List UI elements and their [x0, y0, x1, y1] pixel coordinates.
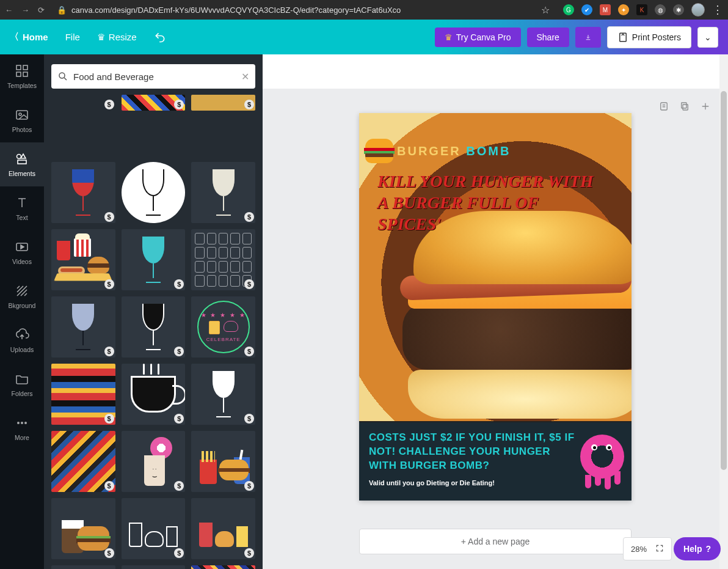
elements-grid: $ $ $ $ $ $ $ $ $ $ $ ★ ★ ★ ★ ★CELEBRATE…	[44, 95, 263, 569]
reload-icon[interactable]: ⟳	[38, 6, 45, 15]
poster-headline[interactable]: KILL YOUR HUNGER WITH A BURGER FULL OF S…	[377, 171, 595, 235]
poster-canvas[interactable]: BURGER BOMB KILL YOUR HUNGER WITH A BURG…	[359, 113, 632, 501]
element-item[interactable]: $	[122, 498, 186, 559]
clear-search-icon[interactable]: ✕	[241, 71, 249, 83]
svg-rect-2	[23, 65, 27, 70]
element-item[interactable]: $	[122, 364, 186, 425]
ext-grammarly-icon[interactable]: G	[563, 4, 574, 15]
browser-menu-icon[interactable]: ⋮	[712, 3, 723, 17]
add-new-page-button[interactable]: + Add a new page	[359, 529, 632, 554]
fullscreen-icon[interactable]	[655, 544, 664, 554]
url-text[interactable]: canva.com/design/DADxEmf-kYs/6UWvvvdACQV…	[71, 6, 401, 15]
element-item[interactable]: ★	[51, 565, 115, 569]
app-toolbar: 〈 Home File ♛ Resize ♛ Try Canva Pro Sha…	[0, 20, 728, 54]
poster-brand-title[interactable]: BURGER BOMB	[397, 144, 511, 158]
add-page-icon[interactable]	[700, 101, 711, 114]
price-badge: $	[174, 212, 184, 222]
neon-label: CELEBRATE	[206, 337, 241, 342]
svg-rect-1	[16, 65, 21, 70]
sidebar-label: Bkground	[9, 302, 36, 309]
element-item[interactable]: $	[122, 95, 186, 111]
poster-icon	[617, 32, 628, 43]
element-item[interactable]: ★ ★ ★ ★ ★CELEBRATE$	[191, 296, 255, 358]
element-item[interactable]: $	[191, 498, 255, 559]
element-item[interactable]: $	[191, 162, 255, 223]
sidebar-label: Elements	[9, 170, 35, 177]
resize-button[interactable]: ♛ Resize	[97, 32, 137, 43]
help-button[interactable]: Help ?	[674, 537, 721, 560]
sidebar-item-photos[interactable]: Photos	[0, 98, 44, 142]
svg-point-13	[59, 73, 65, 78]
ext-blue-icon[interactable]: ✔	[581, 4, 592, 15]
sidebar-label: Photos	[12, 126, 32, 133]
poster-offer-text[interactable]: COSTS JUST $2 IF YOU FINISH IT, $5 IF NO…	[369, 431, 577, 473]
element-item[interactable]: $	[191, 431, 255, 492]
sidebar-item-videos[interactable]: Videos	[0, 230, 44, 274]
resize-label: Resize	[109, 32, 137, 42]
file-menu[interactable]: File	[65, 32, 80, 42]
element-item[interactable]	[191, 565, 255, 569]
more-icon	[15, 416, 29, 430]
element-item[interactable]: · ·‿$	[122, 431, 186, 492]
element-item[interactable]: $	[122, 296, 186, 358]
element-item[interactable]: $	[51, 431, 115, 492]
poster-logo[interactable]: BURGER BOMB	[364, 139, 511, 163]
svg-rect-16	[682, 103, 686, 108]
ext-gmail-icon[interactable]: M	[600, 4, 611, 15]
ext-grey1-icon[interactable]: ◍	[655, 4, 666, 15]
forward-icon[interactable]: →	[21, 6, 29, 15]
home-button[interactable]: 〈 Home	[10, 31, 48, 43]
poster-valid-text[interactable]: Valid until you go Dieting or Die Eating…	[369, 479, 577, 486]
element-item[interactable]: $	[51, 162, 115, 223]
share-button[interactable]: Share	[527, 28, 569, 47]
notes-icon[interactable]	[658, 101, 669, 114]
element-item[interactable]: $	[122, 162, 186, 223]
ext-k-icon[interactable]: K	[636, 4, 647, 15]
sidebar-label: Videos	[12, 258, 32, 265]
svg-rect-8	[18, 160, 26, 164]
sidebar-item-uploads[interactable]: Uploads	[0, 318, 44, 362]
ext-grey2-icon[interactable]: ✱	[673, 4, 684, 15]
vertical-scrollbar[interactable]	[719, 54, 728, 569]
element-item[interactable]: $	[191, 364, 255, 425]
search-box[interactable]: ✕	[51, 64, 255, 89]
duplicate-page-icon[interactable]	[679, 101, 690, 114]
back-icon[interactable]: ←	[5, 6, 13, 15]
chevron-down-icon: ⌄	[704, 32, 712, 42]
sidebar-label: Templates	[7, 82, 37, 89]
videos-icon	[15, 240, 29, 254]
sidebar-item-templates[interactable]: Templates	[0, 54, 44, 98]
price-badge: $	[104, 347, 114, 356]
sidebar-item-more[interactable]: More	[0, 406, 44, 450]
try-pro-button[interactable]: ♛ Try Canva Pro	[435, 28, 521, 47]
home-label: Home	[23, 32, 48, 42]
element-item[interactable]: $	[191, 95, 255, 111]
undo-button[interactable]	[154, 31, 166, 43]
profile-avatar[interactable]	[691, 3, 705, 17]
sidebar-item-background[interactable]: Bkground	[0, 274, 44, 318]
zoom-control[interactable]: 28%	[623, 537, 672, 560]
poster-bottom-bar[interactable]: COSTS JUST $2 IF YOU FINISH IT, $5 IF NO…	[359, 422, 632, 501]
sidebar-item-text[interactable]: Text	[0, 186, 44, 230]
price-badge: $	[104, 414, 114, 424]
price-badge: $	[174, 100, 184, 109]
ext-orange-icon[interactable]: ✦	[618, 4, 629, 15]
element-item[interactable]	[122, 565, 186, 569]
print-posters-button[interactable]: Print Posters	[607, 26, 691, 48]
sidebar-item-folders[interactable]: Folders	[0, 362, 44, 406]
print-dropdown-button[interactable]: ⌄	[697, 27, 718, 48]
element-item[interactable]: $	[191, 229, 255, 290]
elements-panel: ✕ $ $ $ $ $ $ $ $ $ $ $ ★ ★ ★ ★ ★CELEBRA…	[44, 54, 263, 569]
bookmark-star-icon[interactable]: ☆	[541, 4, 550, 16]
search-input[interactable]	[73, 72, 236, 82]
element-item[interactable]: $	[51, 229, 115, 290]
download-button[interactable]	[575, 27, 601, 48]
element-item[interactable]: $	[51, 296, 115, 358]
element-item[interactable]: $	[51, 364, 115, 425]
element-item[interactable]: $	[51, 95, 115, 111]
element-item[interactable]: $	[122, 229, 186, 290]
price-badge: $	[104, 279, 114, 289]
element-item[interactable]: $	[51, 498, 115, 559]
zoom-value[interactable]: 28%	[631, 545, 647, 554]
sidebar-item-elements[interactable]: Elements	[0, 142, 44, 186]
